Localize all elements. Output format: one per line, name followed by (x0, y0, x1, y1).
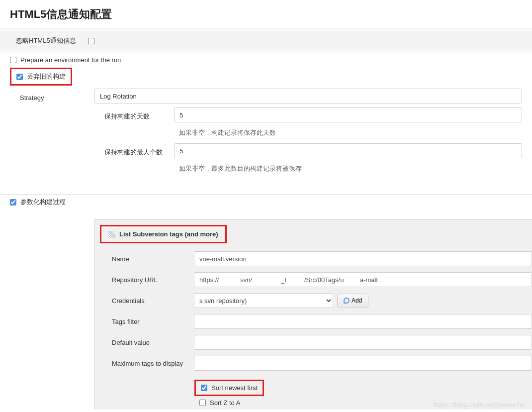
max-builds-label: 保持构建的最大个数 (104, 145, 174, 157)
default-value-label: Default value (112, 339, 194, 346)
prepare-env-row: Prepare an environment for the run (0, 53, 532, 67)
sort-newest-row: Sort newest first (194, 380, 264, 396)
max-builds-help: 如果非空，最多此数目的构建记录将被保存 (174, 160, 522, 179)
tags-filter-input[interactable] (194, 314, 532, 329)
svn-param-header: List Subversion tags (and more) (100, 225, 227, 243)
credentials-row: Credentials s svn repository) Add (95, 290, 532, 311)
param-name-input[interactable] (194, 251, 532, 266)
param-name-row: Name (95, 248, 532, 269)
sort-za-checkbox[interactable] (199, 400, 206, 406)
repo-url-row: Repository URL (95, 269, 532, 290)
max-tags-row: Maximum tags to display (95, 353, 532, 374)
repo-url-input[interactable] (194, 272, 532, 287)
param-name-label: Name (112, 255, 194, 263)
ignore-notification-row: 忽略HTML5通知信息 (0, 31, 532, 50)
days-keep-label: 保持构建的天数 (104, 109, 174, 121)
default-value-row: Default value (95, 332, 532, 353)
credentials-select[interactable]: s svn repository) (194, 293, 333, 308)
tags-filter-row: Tags filter (95, 311, 532, 332)
days-keep-input[interactable] (174, 107, 522, 122)
discard-old-label: 丢弃旧的构建 (27, 72, 66, 81)
prepare-env-label: Prepare an environment for the run (20, 56, 121, 64)
max-tags-label: Maximum tags to display (112, 360, 194, 367)
key-icon (344, 298, 350, 304)
sort-za-label: Sort Z to A (210, 399, 240, 407)
max-builds-input[interactable] (174, 143, 522, 158)
discard-old-checkbox[interactable] (16, 74, 23, 80)
add-credentials-label: Add (352, 297, 362, 304)
page-title: HTML5信息通知配置 (0, 0, 532, 28)
sort-za-row: Sort Z to A (194, 396, 532, 410)
drag-handle-icon[interactable] (108, 231, 115, 238)
ignore-notification-label: 忽略HTML5通知信息 (16, 36, 76, 45)
sort-newest-label: Sort newest first (211, 384, 258, 392)
strategy-label: Strategy (20, 91, 94, 102)
svn-param-block: List Subversion tags (and more) Name Rep… (94, 219, 532, 410)
strategy-select[interactable] (94, 89, 522, 103)
svn-param-title: List Subversion tags (and more) (119, 230, 218, 238)
strategy-row: Strategy (20, 89, 522, 103)
parameterized-row: 参数化构建过程 (0, 195, 532, 209)
tags-filter-label: Tags filter (112, 318, 194, 325)
days-keep-help: 如果非空，构建记录将保存此天数 (174, 124, 522, 143)
parameterized-label: 参数化构建过程 (20, 198, 66, 206)
days-keep-row: 保持构建的天数 (104, 107, 522, 122)
max-tags-input[interactable] (194, 356, 532, 371)
discard-old-highlight: 丢弃旧的构建 (10, 68, 72, 86)
add-credentials-button[interactable]: Add (337, 294, 368, 308)
ignore-notification-checkbox[interactable] (88, 38, 94, 44)
repo-url-label: Repository URL (112, 276, 194, 284)
parameterized-checkbox[interactable] (10, 199, 16, 206)
prepare-env-checkbox[interactable] (10, 57, 16, 63)
credentials-label: Credentials (112, 297, 194, 305)
max-builds-row: 保持构建的最大个数 (104, 143, 522, 158)
sort-newest-checkbox[interactable] (201, 385, 207, 391)
default-value-input[interactable] (194, 335, 532, 350)
